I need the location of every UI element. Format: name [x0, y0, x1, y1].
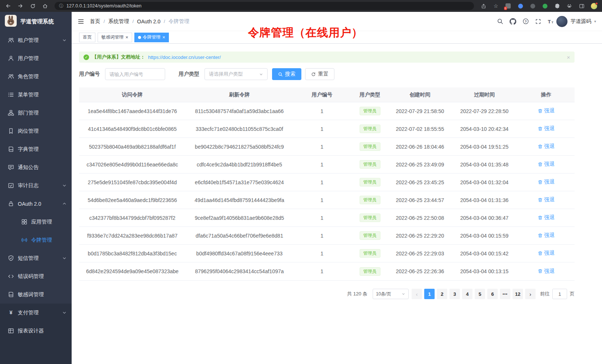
tab-oauth2-token[interactable]: 令牌管理×	[134, 33, 169, 42]
user-id-cell: 1	[293, 162, 351, 168]
sidebar-item-oauth2[interactable]: OAuth 2.0	[0, 195, 72, 213]
force-logout-button[interactable]: 强退	[538, 161, 554, 168]
sidebar-item-role[interactable]: 角色管理	[0, 67, 72, 86]
sidebar-item-oauth2-token[interactable]: 令牌管理	[0, 231, 72, 249]
force-logout-button[interactable]: 强退	[538, 232, 554, 239]
page-button[interactable]: 4	[462, 289, 472, 299]
user-id-input[interactable]	[105, 68, 165, 80]
fullscreen-icon[interactable]	[535, 19, 541, 24]
trash-icon	[538, 269, 543, 274]
search-icon[interactable]	[497, 18, 503, 24]
close-alert-icon[interactable]: ×	[567, 54, 570, 60]
site-info-icon[interactable]: ⓘ	[59, 4, 63, 8]
sidebar-menu-main: 租户管理用户管理角色管理菜单管理部门管理岗位管理字典管理通知公告审计日志OAut…	[0, 31, 72, 304]
collapse-sidebar-icon[interactable]	[78, 18, 84, 25]
force-logout-button[interactable]: 强退	[538, 196, 554, 203]
split-view-icon[interactable]	[577, 1, 586, 10]
user-type-select[interactable]: 请选择用户类型	[205, 68, 268, 80]
user-menu[interactable]: 芋道源码 ▾	[556, 16, 596, 27]
search-button[interactable]: 搜索	[272, 68, 301, 80]
next-page-button[interactable]: ›	[525, 289, 536, 299]
page-button[interactable]: 5	[475, 289, 485, 299]
breadcrumb-item[interactable]: OAuth 2.0	[137, 19, 160, 24]
sidebar-item-tenant[interactable]: 租户管理	[0, 31, 72, 49]
breadcrumb-item[interactable]: 系统管理	[108, 18, 129, 25]
action-cell: 强退	[518, 232, 575, 239]
sidebar-item-label: 用户管理	[18, 55, 66, 62]
sidebar-item-sms[interactable]: 短信管理	[0, 249, 72, 267]
sidebar-item-menu[interactable]: 菜单管理	[0, 86, 72, 104]
breadcrumb-separator: /	[132, 19, 134, 24]
extensions-puzzle-icon[interactable]	[553, 1, 562, 10]
sidebar-item-report-designer[interactable]: 报表设计器	[0, 322, 72, 340]
column-header: 创建时间	[389, 92, 451, 98]
user-type-badge: 管理员	[360, 267, 380, 276]
close-tab-icon[interactable]: ×	[163, 35, 166, 40]
goto-page-input[interactable]	[552, 289, 567, 299]
sidebar-item-post[interactable]: 岗位管理	[0, 122, 72, 140]
user-type-badge: 管理员	[360, 142, 380, 151]
user-type-cell: 管理员	[351, 160, 389, 169]
force-logout-button[interactable]: 强退	[538, 268, 554, 275]
page-button[interactable]: 6	[487, 289, 498, 299]
force-logout-button[interactable]: 强退	[538, 125, 554, 132]
force-logout-button[interactable]: 强退	[538, 214, 554, 221]
extension-dark-icon[interactable]	[528, 1, 537, 10]
extension-green-icon[interactable]	[540, 1, 549, 10]
forward-icon[interactable]	[16, 1, 25, 10]
sidebar-item-dept[interactable]: 部门管理	[0, 104, 72, 122]
create-time-cell: 2022-06-25 22:26:36	[389, 268, 451, 274]
force-logout-button[interactable]: 强退	[538, 107, 554, 114]
extension-badged-icon[interactable]: 0	[504, 1, 513, 10]
alert-doc-link[interactable]: https://doc.iocoder.cn/user-center/	[148, 54, 221, 60]
page-buttons: ‹123456•••12›	[412, 289, 536, 299]
page-button[interactable]: 12	[513, 289, 523, 299]
force-logout-button[interactable]: 强退	[538, 179, 554, 185]
access-token-cell: f9336e7c7dd242a283ee98dc86b17a87	[79, 233, 186, 239]
user-type-badge: 管理员	[360, 107, 380, 115]
user-type-label: 用户类型	[179, 71, 199, 77]
page-button[interactable]: 2	[437, 289, 447, 299]
sidebar-menu: 租户管理用户管理角色管理菜单管理部门管理岗位管理字典管理通知公告审计日志OAut…	[0, 31, 72, 364]
home-icon[interactable]	[40, 1, 49, 10]
sidebar-item-audit-log[interactable]: 审计日志	[0, 176, 72, 195]
svg-text:¥: ¥	[9, 310, 12, 315]
app-title: 芋道管理系统	[20, 18, 54, 25]
close-tab-icon[interactable]: ×	[125, 35, 128, 40]
sidebar-item-user[interactable]: 用户管理	[0, 49, 72, 67]
user-type-badge: 管理员	[360, 249, 380, 258]
sidebar-item-dict[interactable]: 字典管理	[0, 140, 72, 158]
reset-button[interactable]: 重置	[305, 68, 334, 80]
force-logout-button[interactable]: 强退	[538, 143, 554, 150]
sidebar-item-notice[interactable]: 通知公告	[0, 158, 72, 176]
sidebar-item-sensitive-word[interactable]: 敏感词管理	[0, 285, 72, 304]
reload-icon[interactable]	[28, 1, 37, 10]
pages-ellipsis[interactable]: •••	[500, 289, 510, 299]
tab-sensitive-word[interactable]: 敏感词管理×	[98, 33, 132, 42]
breadcrumb-item[interactable]: 首页	[90, 18, 100, 25]
page-button[interactable]: 3	[449, 289, 460, 299]
sidebar-item-error-code[interactable]: 错误码管理	[0, 267, 72, 285]
profile-avatar-icon[interactable]	[589, 1, 598, 10]
page-size-select[interactable]: 10条/页	[373, 289, 409, 299]
extension-paw-icon[interactable]	[565, 1, 574, 10]
access-token-cell: b0d1785bc3a8482f812db4a3f3bd15ec	[79, 251, 186, 257]
font-size-icon[interactable]: TT	[547, 19, 554, 24]
sidebar-item-pay[interactable]: ¥支付管理	[0, 304, 72, 322]
help-icon[interactable]: ?	[523, 18, 529, 24]
bookmark-star-icon[interactable]: ☆	[491, 1, 500, 10]
trash-icon	[538, 198, 543, 202]
alert-label: 【用户体系】文档地址：	[92, 54, 145, 60]
sidebar-item-oauth2-app[interactable]: 应用管理	[0, 213, 72, 231]
tab-home[interactable]: 首页	[79, 33, 95, 42]
github-icon[interactable]	[510, 18, 516, 25]
page-button[interactable]: 1	[424, 289, 435, 299]
sidebar-item-label: 支付管理	[18, 310, 62, 316]
back-icon[interactable]	[4, 1, 13, 10]
prev-page-button[interactable]: ‹	[412, 289, 422, 299]
share-icon[interactable]	[479, 1, 488, 10]
url-bar[interactable]: ⓘ 127.0.0.1:1024/system/oauth2/token	[55, 2, 474, 10]
extension-blue-icon[interactable]	[516, 1, 525, 10]
force-logout-button[interactable]: 强退	[538, 250, 554, 257]
column-header: 操作	[518, 92, 575, 98]
